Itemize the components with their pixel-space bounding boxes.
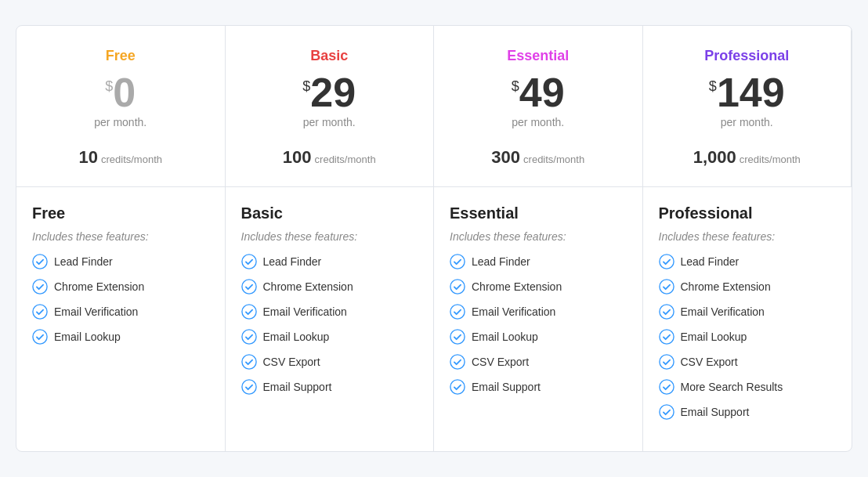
feature-label: Email Lookup bbox=[54, 331, 121, 343]
plan-body-basic: Basic Includes these features: Lead Find… bbox=[226, 187, 435, 451]
feature-label: CSV Export bbox=[472, 356, 529, 368]
credits-number-essential: 300 bbox=[491, 147, 520, 167]
svg-point-16 bbox=[659, 255, 673, 269]
feature-label: Chrome Extension bbox=[263, 280, 353, 293]
credits-label-professional: credits/month bbox=[740, 154, 801, 165]
plan-body-name-free: Free bbox=[32, 204, 209, 222]
plan-body-professional: Professional Includes these features: Le… bbox=[643, 187, 852, 451]
check-icon bbox=[659, 329, 675, 345]
credits-number-professional: 1,000 bbox=[693, 147, 736, 167]
feature-item: Email Verification bbox=[32, 304, 209, 320]
feature-label: Chrome Extension bbox=[472, 280, 562, 293]
feature-item: Email Lookup bbox=[241, 329, 418, 345]
plan-name-free: Free bbox=[32, 48, 209, 64]
feature-label: Email Support bbox=[472, 381, 541, 393]
svg-point-12 bbox=[450, 305, 465, 319]
feature-item: Email Support bbox=[450, 379, 627, 395]
price-amount-basic: 29 bbox=[310, 70, 356, 115]
svg-point-6 bbox=[241, 305, 255, 319]
feature-item: Chrome Extension bbox=[659, 279, 837, 295]
credits-row-professional: 1,000credits/month bbox=[659, 139, 836, 171]
feature-item: Email Verification bbox=[450, 304, 627, 320]
feature-item: Lead Finder bbox=[32, 254, 209, 269]
price-dollar-free: $ bbox=[105, 78, 113, 95]
credits-label-free: credits/month bbox=[101, 154, 162, 165]
plan-name-basic: Basic bbox=[241, 48, 418, 64]
check-icon bbox=[450, 379, 465, 395]
credits-label-essential: credits/month bbox=[523, 154, 584, 165]
svg-point-22 bbox=[659, 405, 673, 419]
feature-label: CSV Export bbox=[263, 356, 320, 368]
svg-point-11 bbox=[450, 280, 465, 294]
check-icon bbox=[241, 279, 257, 295]
price-period-basic: per month. bbox=[241, 116, 418, 128]
includes-label-free: Includes these features: bbox=[32, 230, 209, 243]
feature-label: Lead Finder bbox=[681, 255, 740, 268]
feature-label: More Search Results bbox=[681, 381, 783, 393]
svg-point-20 bbox=[659, 355, 673, 369]
feature-item: Chrome Extension bbox=[32, 279, 209, 295]
price-period-free: per month. bbox=[32, 116, 209, 128]
price-dollar-essential: $ bbox=[512, 78, 519, 95]
check-icon bbox=[450, 304, 465, 320]
svg-point-19 bbox=[659, 330, 673, 344]
svg-point-10 bbox=[450, 255, 465, 269]
price-period-professional: per month. bbox=[659, 116, 836, 128]
feature-item: Chrome Extension bbox=[241, 279, 418, 295]
svg-point-13 bbox=[450, 330, 465, 344]
svg-point-7 bbox=[241, 330, 255, 344]
feature-item: CSV Export bbox=[659, 354, 837, 370]
feature-label: Lead Finder bbox=[54, 255, 113, 268]
svg-point-2 bbox=[33, 305, 47, 319]
svg-point-5 bbox=[241, 280, 255, 294]
feature-label: Lead Finder bbox=[472, 255, 530, 268]
svg-point-9 bbox=[241, 380, 255, 394]
feature-item: CSV Export bbox=[450, 354, 627, 370]
svg-point-15 bbox=[450, 380, 465, 394]
svg-point-14 bbox=[450, 355, 465, 369]
price-dollar-professional: $ bbox=[709, 78, 717, 95]
feature-list-essential: Lead Finder Chrome Extension Email Verif… bbox=[450, 254, 627, 395]
includes-label-essential: Includes these features: bbox=[450, 230, 627, 243]
plan-price-row-free: $0 bbox=[32, 72, 209, 113]
price-amount-free: 0 bbox=[113, 70, 136, 115]
pricing-table: Free $0 per month. 10credits/month Basic… bbox=[16, 25, 852, 452]
credits-row-free: 10credits/month bbox=[32, 139, 209, 171]
feature-item: Email Lookup bbox=[659, 329, 837, 345]
feature-list-professional: Lead Finder Chrome Extension Email Verif… bbox=[659, 254, 837, 420]
check-icon bbox=[32, 329, 48, 345]
plan-header-free: Free $0 per month. 10credits/month bbox=[16, 26, 226, 187]
feature-item: Chrome Extension bbox=[450, 279, 627, 295]
credits-number-free: 10 bbox=[78, 147, 97, 167]
plan-header-essential: Essential $49 per month. 300credits/mont… bbox=[434, 26, 643, 187]
price-amount-essential: 49 bbox=[519, 70, 565, 115]
svg-point-8 bbox=[241, 355, 255, 369]
check-icon bbox=[450, 279, 465, 295]
svg-point-1 bbox=[33, 280, 47, 294]
feature-label: Email Verification bbox=[681, 305, 765, 318]
feature-label: Email Support bbox=[681, 406, 750, 418]
credits-number-basic: 100 bbox=[283, 147, 312, 167]
feature-item: Lead Finder bbox=[450, 254, 627, 269]
plan-name-professional: Professional bbox=[659, 48, 836, 64]
feature-item: Email Support bbox=[659, 404, 837, 420]
feature-item: CSV Export bbox=[241, 354, 418, 370]
check-icon bbox=[241, 304, 257, 320]
feature-label: Chrome Extension bbox=[681, 280, 771, 293]
feature-label: Email Lookup bbox=[681, 331, 747, 343]
feature-label: Email Verification bbox=[54, 305, 138, 318]
feature-item: More Search Results bbox=[659, 379, 837, 395]
feature-label: Email Support bbox=[263, 381, 332, 393]
check-icon bbox=[241, 329, 257, 345]
plan-price-row-basic: $29 bbox=[241, 72, 418, 113]
feature-item: Email Verification bbox=[659, 304, 837, 320]
feature-item: Email Lookup bbox=[450, 329, 627, 345]
includes-label-basic: Includes these features: bbox=[241, 230, 418, 243]
check-icon bbox=[659, 254, 675, 269]
price-dollar-basic: $ bbox=[302, 78, 310, 95]
check-icon bbox=[659, 379, 675, 395]
svg-point-4 bbox=[241, 255, 255, 269]
feature-item: Lead Finder bbox=[241, 254, 418, 269]
plan-body-name-basic: Basic bbox=[241, 204, 418, 222]
check-icon bbox=[32, 279, 48, 295]
